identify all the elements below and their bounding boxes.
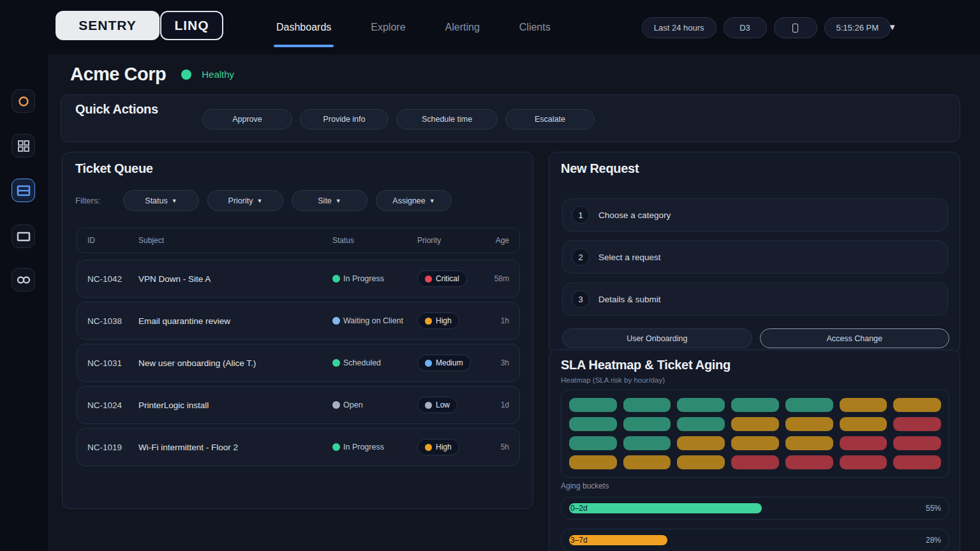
table-row[interactable]: NC-1038 Email quarantine review Waiting … bbox=[77, 302, 520, 340]
heatmap-cell bbox=[893, 417, 941, 431]
chevron-down-icon: ▼ bbox=[429, 198, 435, 204]
infinity-icon bbox=[16, 275, 31, 285]
heatmap-cell bbox=[785, 417, 833, 431]
logo-linq[interactable]: LINQ bbox=[160, 11, 223, 40]
heatmap-cell bbox=[840, 455, 887, 469]
tab-alerting[interactable]: Alerting bbox=[444, 22, 481, 33]
sidebar-item-grid[interactable] bbox=[11, 134, 35, 158]
table-header: ID Subject Status Priority Age bbox=[77, 228, 520, 253]
ticket-age: 1d bbox=[481, 400, 509, 409]
icon-pill[interactable] bbox=[774, 17, 817, 38]
sidebar-item-infinity[interactable] bbox=[11, 268, 35, 291]
sla-subtitle: Heatmap (SLA risk by hour/day) bbox=[561, 376, 665, 384]
assignee-filter-dropdown[interactable]: Assignee▼ bbox=[376, 190, 452, 211]
priority-badge: High bbox=[417, 439, 459, 455]
tab-clients[interactable]: Clients bbox=[518, 22, 552, 33]
ticket-id: NC-1019 bbox=[87, 443, 138, 452]
ticket-queue-panel: Ticket Queue Filters: Status▼ Priority▼ … bbox=[62, 152, 533, 509]
column-header-subject: Subject bbox=[138, 236, 332, 245]
site-filter-dropdown[interactable]: Site▼ bbox=[292, 190, 368, 211]
status-dot bbox=[332, 275, 340, 283]
step-choose-category[interactable]: 1 Choose a category bbox=[562, 198, 948, 231]
heatmap-cell bbox=[569, 455, 617, 469]
sidebar-item-rows[interactable] bbox=[11, 179, 35, 202]
aging-buckets-label: Aging buckets bbox=[561, 481, 609, 490]
top-nav: SENTRY LINQ Dashboards Explore Alerting … bbox=[0, 0, 980, 54]
column-header-id: ID bbox=[87, 236, 138, 245]
heatmap-cell bbox=[785, 436, 833, 450]
tab-dashboards[interactable]: Dashboards bbox=[275, 22, 332, 33]
sidebar-item-rect[interactable] bbox=[11, 224, 35, 248]
sidebar-item-ring[interactable] bbox=[11, 89, 35, 113]
heatmap-cell bbox=[893, 455, 941, 469]
tab-explore[interactable]: Explore bbox=[369, 22, 406, 33]
table-row[interactable]: NC-1042 VPN Down - Site A In Progress Cr… bbox=[77, 260, 520, 298]
aging-bucket-value: 28% bbox=[926, 536, 941, 545]
time-range-pill[interactable]: Last 24 hours bbox=[642, 17, 716, 38]
new-request-title: New Request bbox=[561, 161, 639, 176]
step-number-badge: 3 bbox=[572, 290, 590, 308]
heatmap-cell bbox=[623, 436, 671, 450]
dropdown-caret-icon[interactable]: ▼ bbox=[888, 22, 896, 32]
aging-bucket-row: 0–2d 55% bbox=[561, 497, 949, 520]
status-label: Open bbox=[343, 400, 363, 409]
ticket-table: ID Subject Status Priority Age NC-1042 V… bbox=[77, 228, 520, 470]
ticket-id: NC-1042 bbox=[87, 274, 138, 284]
client-header: Acme Corp Healthy bbox=[70, 64, 234, 85]
heatmap-cell bbox=[623, 398, 671, 412]
ticket-id: NC-1038 bbox=[87, 316, 138, 326]
priority-dot bbox=[425, 276, 432, 283]
ticket-age: 3h bbox=[481, 358, 509, 367]
schedule-time-button[interactable]: Schedule time bbox=[396, 109, 498, 129]
status-dot bbox=[332, 359, 340, 367]
escalate-button[interactable]: Escalate bbox=[505, 109, 595, 129]
page-title: Acme Corp bbox=[70, 64, 166, 85]
clock-pill[interactable]: 5:15:26 PM bbox=[824, 17, 891, 38]
logo-sentry[interactable]: SENTRY bbox=[56, 11, 160, 40]
heatmap-cell bbox=[677, 455, 725, 469]
status-label: Waiting on Client bbox=[343, 316, 403, 325]
heatmap-cell bbox=[623, 455, 671, 469]
nav-pill-group: Last 24 hours D3 5:15:26 PM bbox=[642, 17, 891, 38]
heatmap-cell bbox=[569, 398, 617, 412]
d3-pill[interactable]: D3 bbox=[724, 17, 767, 38]
health-status-label: Healthy bbox=[202, 69, 234, 80]
ticket-filters: Filters: Status▼ Priority▼ Site▼ Assigne… bbox=[75, 190, 452, 211]
provide-info-button[interactable]: Provide info bbox=[300, 109, 389, 129]
table-row[interactable]: NC-1031 New user onboarding (Alice T.) S… bbox=[77, 344, 520, 382]
heatmap-cell bbox=[785, 398, 833, 412]
status-label: Scheduled bbox=[343, 358, 381, 367]
request-steps: 1 Choose a category 2 Select a request 3… bbox=[562, 198, 948, 316]
step-details-submit[interactable]: 3 Details & submit bbox=[562, 283, 948, 316]
priority-filter-dropdown[interactable]: Priority▼ bbox=[207, 190, 283, 211]
aging-bar bbox=[569, 503, 762, 513]
rows-icon bbox=[17, 184, 31, 197]
rect-icon bbox=[17, 231, 31, 242]
approve-button[interactable]: Approve bbox=[202, 109, 292, 129]
user-onboarding-button[interactable]: User Onboarding bbox=[562, 328, 752, 348]
health-status-dot bbox=[181, 70, 191, 80]
heatmap-cell bbox=[731, 417, 779, 431]
ticket-subject: Email quarantine review bbox=[138, 316, 332, 326]
heatmap-cell bbox=[569, 417, 617, 431]
quick-actions-panel: Quick Actions Approve Provide info Sched… bbox=[61, 94, 960, 142]
heatmap-cell bbox=[731, 455, 779, 469]
status-filter-dropdown[interactable]: Status▼ bbox=[123, 190, 199, 211]
ticket-queue-title: Ticket Queue bbox=[75, 161, 153, 176]
access-change-button[interactable]: Access Change bbox=[760, 328, 950, 348]
ticket-subject: New user onboarding (Alice T.) bbox=[138, 358, 332, 368]
main-area: Acme Corp Healthy Quick Actions Approve … bbox=[48, 54, 980, 551]
priority-badge: Medium bbox=[417, 355, 471, 371]
status-dot bbox=[332, 317, 340, 325]
heatmap-cell bbox=[569, 436, 617, 450]
table-row[interactable]: NC-1019 Wi-Fi intermittent - Floor 2 In … bbox=[77, 428, 520, 466]
step-select-request[interactable]: 2 Select a request bbox=[562, 240, 948, 274]
table-row[interactable]: NC-1024 PrinterLogic install Open Low 1d bbox=[77, 386, 520, 424]
placeholder-glyph-icon bbox=[792, 24, 798, 33]
column-header-age: Age bbox=[481, 236, 509, 245]
left-sidebar bbox=[0, 54, 48, 551]
heatmap-cell bbox=[893, 436, 941, 450]
heatmap-cell bbox=[893, 398, 941, 412]
active-tab-underline bbox=[274, 45, 334, 47]
ticket-age: 5h bbox=[481, 443, 509, 452]
